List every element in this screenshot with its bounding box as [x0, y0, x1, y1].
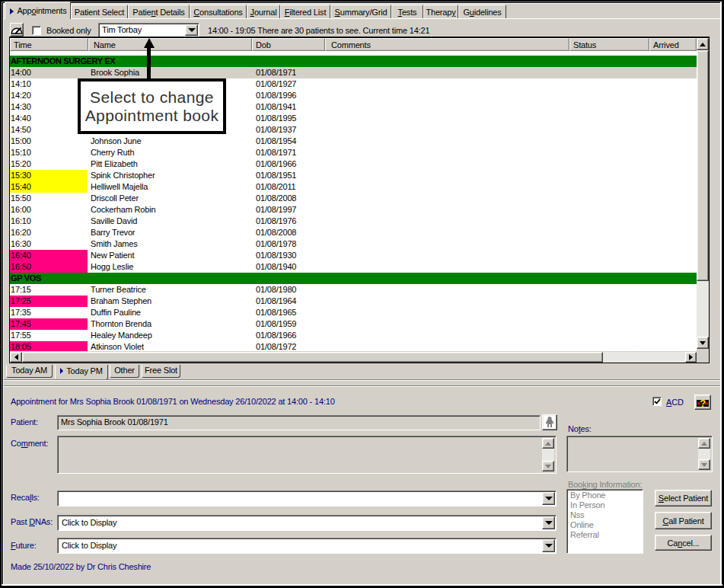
svg-text:?: ?: [700, 398, 706, 409]
